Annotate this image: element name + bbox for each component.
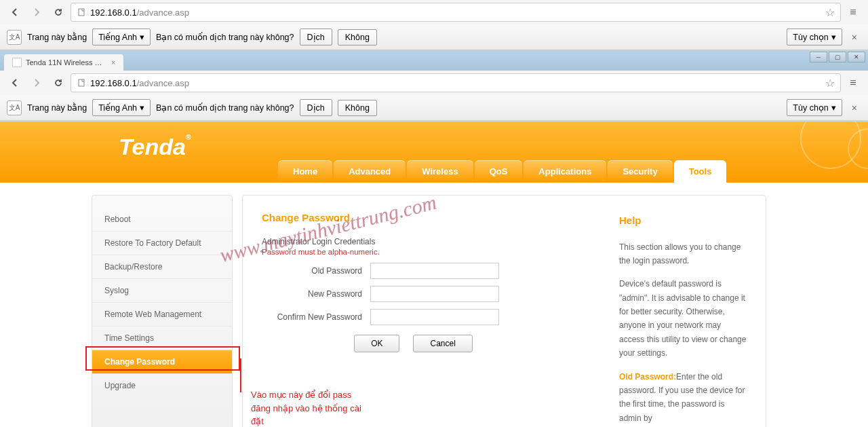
help-text-1: This section allows you to change the lo… — [619, 240, 747, 268]
tab-qos[interactable]: QoS — [475, 160, 523, 183]
section-title: Change Password — [262, 212, 606, 223]
reload-button-2[interactable] — [49, 73, 68, 92]
window-minimize[interactable]: ─ — [810, 52, 827, 62]
old-password-label: Old Password — [262, 266, 370, 276]
translate-close-icon-2[interactable]: × — [848, 103, 861, 113]
confirm-password-input[interactable] — [370, 309, 499, 325]
translate-yes-button[interactable]: Dịch — [300, 29, 332, 45]
address-bar[interactable]: 192.168.0.1/advance.asp ☆ — [71, 3, 841, 22]
credentials-label: Administrator Login Credentials — [262, 237, 606, 246]
browser-tab[interactable]: Tenda 11N Wireless Route × — [4, 54, 123, 71]
translate-no-button[interactable]: Không — [338, 29, 377, 45]
tab-favicon — [12, 58, 22, 67]
translate-options-button-2[interactable]: Tùy chọn▾ — [787, 99, 842, 116]
tenda-logo: Tenda® — [119, 134, 191, 160]
help-title: Help — [619, 212, 747, 229]
sidebar: RebootRestore To Factory DefaultBackup/R… — [92, 195, 233, 427]
reload-button[interactable] — [49, 3, 68, 22]
forward-button[interactable] — [27, 3, 46, 22]
page-icon — [77, 78, 86, 88]
tab-wireless[interactable]: Wireless — [407, 160, 473, 183]
bookmark-star-icon[interactable]: ☆ — [825, 6, 835, 19]
sidebar-item-syslog[interactable]: Syslog — [92, 279, 232, 303]
new-password-label: New Password — [262, 289, 370, 299]
chrome-menu-button[interactable]: ≡ — [844, 3, 863, 22]
tab-security[interactable]: Security — [608, 160, 672, 183]
tab-home[interactable]: Home — [278, 160, 332, 183]
url-text: 192.168.0.1/advance.asp — [90, 7, 821, 18]
tab-applications[interactable]: Applications — [524, 160, 606, 183]
tab-tools[interactable]: Tools — [674, 160, 727, 183]
ok-button[interactable]: OK — [354, 335, 399, 352]
translate-lang-select[interactable]: Tiếng Anh▾ — [92, 29, 151, 45]
translate-icon-2: 文A — [7, 100, 22, 115]
sidebar-item-remote-web-management[interactable]: Remote Web Management — [92, 303, 232, 327]
cancel-button[interactable]: Cancel — [413, 335, 472, 352]
sidebar-item-restore-to-factory-default[interactable]: Restore To Factory Default — [92, 231, 232, 255]
tab-title: Tenda 11N Wireless Route — [26, 58, 107, 67]
svg-rect-0 — [79, 9, 84, 16]
translate-lang-label: Trang này bằng — [27, 32, 87, 42]
chrome-menu-button-2[interactable]: ≡ — [844, 73, 863, 92]
help-panel: Help This section allows you to change t… — [619, 212, 747, 427]
page-icon — [77, 7, 86, 17]
translate-question-2: Bạn có muốn dịch trang này không? — [156, 103, 294, 113]
window-close[interactable]: ✕ — [848, 52, 865, 62]
translate-icon: 文A — [7, 30, 22, 45]
annotation-line — [240, 358, 241, 392]
password-note: Password must be alpha-numeric. — [262, 248, 606, 256]
tab-close-icon[interactable]: × — [111, 58, 115, 67]
annotation-text: Vào mục này để đổi pass đăng nhập vào hệ… — [251, 388, 366, 427]
sidebar-item-backup-restore[interactable]: Backup/Restore — [92, 255, 232, 279]
tab-advanced[interactable]: Advanced — [334, 160, 406, 183]
confirm-password-label: Confirm New Password — [262, 312, 370, 322]
translate-close-icon[interactable]: × — [848, 32, 861, 43]
window-maximize[interactable]: ▢ — [829, 52, 846, 62]
forward-button-2[interactable] — [27, 73, 46, 92]
bookmark-star-icon-2[interactable]: ☆ — [825, 77, 835, 90]
address-bar-2[interactable]: 192.168.0.1/advance.asp ☆ — [71, 73, 841, 92]
translate-yes-button-2[interactable]: Dịch — [300, 99, 332, 116]
svg-rect-1 — [79, 79, 84, 86]
sidebar-item-reboot[interactable]: Reboot — [92, 208, 232, 231]
url-text-2: 192.168.0.1/advance.asp — [90, 78, 821, 88]
router-header: Tenda® HomeAdvancedWirelessQoSApplicatio… — [0, 122, 868, 183]
help-text-2: Device's default password is "admin". It… — [619, 277, 747, 360]
sidebar-item-change-password[interactable]: Change Password — [92, 350, 232, 374]
help-text-3: Old Password:Enter the old password. If … — [619, 370, 747, 426]
sidebar-item-upgrade[interactable]: Upgrade — [92, 374, 232, 397]
translate-lang-select-2[interactable]: Tiếng Anh▾ — [92, 99, 151, 116]
back-button[interactable] — [5, 3, 24, 22]
back-button-2[interactable] — [5, 73, 24, 92]
translate-lang-label-2: Trang này bằng — [27, 103, 87, 113]
old-password-input[interactable] — [370, 263, 499, 279]
translate-no-button-2[interactable]: Không — [338, 100, 377, 116]
sidebar-item-time-settings[interactable]: Time Settings — [92, 327, 232, 350]
new-password-input[interactable] — [370, 286, 499, 302]
translate-question: Bạn có muốn dịch trang này không? — [156, 32, 294, 42]
translate-options-button[interactable]: Tùy chọn▾ — [787, 29, 842, 45]
